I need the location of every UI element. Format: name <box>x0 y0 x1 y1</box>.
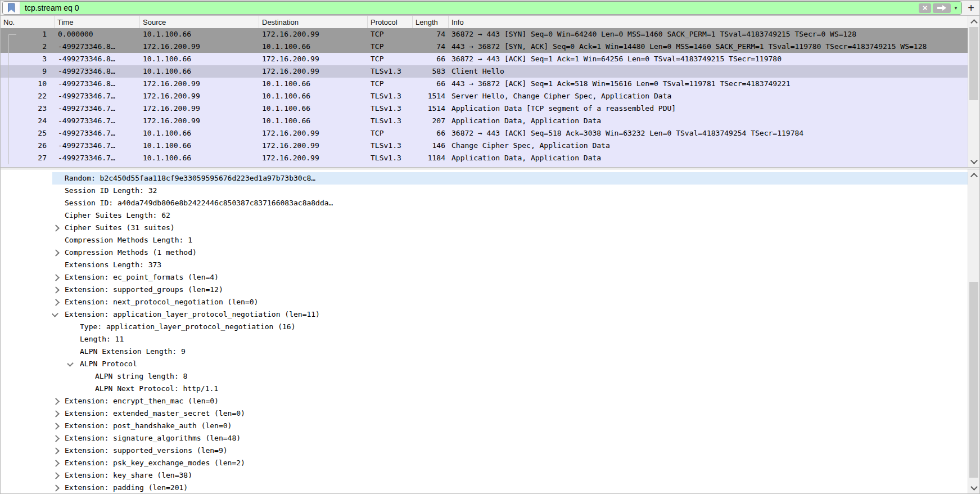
expand-chevron-right-icon[interactable] <box>52 274 60 281</box>
detail-tree-row[interactable]: Compression Methods (1 method) <box>1 246 968 259</box>
detail-tree-row[interactable]: ALPN Extension Length: 9 <box>1 345 968 358</box>
cell-info: Server Hello, Change Cipher Spec, Applic… <box>449 90 968 102</box>
detail-tree-row[interactable]: Length: 11 <box>1 333 968 345</box>
scroll-down-button[interactable] <box>968 156 979 167</box>
tree-row-text: Extension: supported_versions (len=9) <box>65 444 228 457</box>
scroll-up-button[interactable] <box>968 169 979 181</box>
scrollbar-thumb[interactable] <box>969 282 978 478</box>
cell-info: Application Data, Application Data <box>449 115 968 127</box>
column-header-time[interactable]: Time <box>55 16 140 28</box>
stream-bracket-line <box>8 90 9 102</box>
detail-tree-row[interactable]: Extension: padding (len=201) <box>1 482 968 493</box>
chevron-down-icon <box>970 157 978 164</box>
expand-chevron-right-icon[interactable] <box>52 472 60 479</box>
cell-time: -499273346.7… <box>55 140 140 152</box>
collapse-chevron-down-icon[interactable] <box>67 360 74 367</box>
expand-chevron-right-icon[interactable] <box>52 460 60 467</box>
tree-row-body: Random: b2c450d55faa118cf9e33059595676d2… <box>52 172 968 185</box>
detail-tree-row[interactable]: Random: b2c450d55faa118cf9e33059595676d2… <box>1 172 968 185</box>
packet-row[interactable]: 23 -499273346.7… 172.16.200.99 10.1.100.… <box>1 102 968 115</box>
detail-tree-row[interactable]: Extension: next_protocol_negotiation (le… <box>1 296 968 308</box>
detail-tree-row[interactable]: Compression Methods Length: 1 <box>1 234 968 246</box>
tree-arrow-slot <box>52 222 65 234</box>
packet-row[interactable]: 3 -499273346.8… 10.1.100.66 172.16.200.9… <box>1 53 968 65</box>
scrollbar-thumb[interactable] <box>969 27 978 100</box>
expand-chevron-right-icon[interactable] <box>52 286 60 294</box>
expand-chevron-right-icon[interactable] <box>52 447 60 455</box>
plus-icon: + <box>968 2 974 15</box>
detail-tree-row[interactable]: ALPN string length: 8 <box>1 370 968 383</box>
detail-tree-row[interactable]: Cipher Suites Length: 62 <box>1 209 968 222</box>
apply-arrow-head-icon <box>942 5 946 11</box>
detail-tree-row[interactable]: Extension: signature_algorithms (len=48) <box>1 432 968 444</box>
expand-chevron-right-icon[interactable] <box>52 410 60 417</box>
detail-tree-row[interactable]: Session ID: a40da749db806e8b2422446c8503… <box>1 197 968 209</box>
cell-destination: 172.16.200.99 <box>259 152 368 164</box>
tree-arrow-slot <box>67 358 80 370</box>
packet-row[interactable]: 25 -499273346.7… 10.1.100.66 172.16.200.… <box>1 127 968 140</box>
tree-indent <box>52 345 67 358</box>
cell-time: -499273346.8… <box>55 41 140 53</box>
display-filter-input[interactable]: tcp.stream eq 0 <box>20 2 916 14</box>
column-header-destination[interactable]: Destination <box>259 16 368 28</box>
detail-tree-row[interactable]: ALPN Protocol <box>1 358 968 370</box>
tree-arrow-slot <box>52 308 65 321</box>
expand-chevron-right-icon[interactable] <box>52 249 60 257</box>
expand-chevron-right-icon[interactable] <box>52 299 60 306</box>
detail-tree-row[interactable]: Extensions Length: 373 <box>1 259 968 271</box>
column-header-info[interactable]: Info <box>449 16 968 28</box>
column-header-source[interactable]: Source <box>140 16 259 28</box>
detail-tree-row[interactable]: Extension: application_layer_protocol_ne… <box>1 308 968 321</box>
packet-list-scrollbar[interactable] <box>968 16 979 167</box>
tree-row-text: Compression Methods Length: 1 <box>65 234 192 246</box>
expand-chevron-right-icon[interactable] <box>52 398 60 405</box>
cell-source: 10.1.100.66 <box>140 152 259 164</box>
detail-tree-row[interactable]: Extension: extended_master_secret (len=0… <box>1 407 968 420</box>
packet-row[interactable]: 27 -499273346.7… 10.1.100.66 172.16.200.… <box>1 152 968 164</box>
expand-chevron-right-icon[interactable] <box>52 435 60 442</box>
collapse-chevron-down-icon[interactable] <box>52 310 58 317</box>
tree-row-text: Extension: application_layer_protocol_ne… <box>65 308 320 321</box>
expand-chevron-right-icon[interactable] <box>52 484 60 492</box>
detail-tree-row[interactable]: Extension: supported_versions (len=9) <box>1 444 968 457</box>
filter-apply-button[interactable] <box>933 3 951 13</box>
tree-arrow-slot <box>67 333 80 345</box>
packet-row[interactable]: 2 -499273346.8… 172.16.200.99 10.1.100.6… <box>1 41 968 53</box>
packet-row[interactable]: 26 -499273346.7… 10.1.100.66 172.16.200.… <box>1 140 968 152</box>
detail-tree-row[interactable]: Extension: encrypt_then_mac (len=0) <box>1 395 968 407</box>
packet-row[interactable]: 1 0.000000 10.1.100.66 172.16.200.99 TCP… <box>1 28 968 41</box>
column-header-protocol[interactable]: Protocol <box>368 16 413 28</box>
cell-protocol: TLSv1.3 <box>368 102 413 115</box>
add-filter-button[interactable]: + <box>964 2 978 14</box>
packet-row[interactable]: 10 -499273346.8… 172.16.200.99 10.1.100.… <box>1 78 968 90</box>
scroll-down-button[interactable] <box>968 482 979 493</box>
detail-tree-row[interactable]: Extension: key_share (len=38) <box>1 469 968 482</box>
cell-destination: 172.16.200.99 <box>259 140 368 152</box>
packet-row[interactable]: 9 -499273346.8… 10.1.100.66 172.16.200.9… <box>1 65 968 78</box>
tree-row-text: ALPN Protocol <box>80 358 137 370</box>
detail-tree-row[interactable]: Session ID Length: 32 <box>1 185 968 197</box>
filter-clear-button[interactable]: × <box>919 3 931 13</box>
column-header-length[interactable]: Length <box>413 16 449 28</box>
packet-row[interactable]: 24 -499273346.7… 172.16.200.99 10.1.100.… <box>1 115 968 127</box>
tree-row-text: Extensions Length: 373 <box>65 259 161 271</box>
tree-arrow-slot <box>52 469 65 482</box>
scroll-up-button[interactable] <box>968 16 979 27</box>
cell-destination: 10.1.100.66 <box>259 102 368 115</box>
detail-tree-row[interactable]: Cipher Suites (31 suites) <box>1 222 968 234</box>
detail-tree-row[interactable]: Extension: supported_groups (len=12) <box>1 284 968 296</box>
filter-bookmark-button[interactable] <box>3 2 20 14</box>
cell-protocol: TLSv1.3 <box>368 140 413 152</box>
cell-time: -499273346.7… <box>55 127 140 140</box>
filter-dropdown-button[interactable]: ▼ <box>952 6 959 11</box>
expand-chevron-right-icon[interactable] <box>52 423 60 430</box>
detail-tree-row[interactable]: Type: application_layer_protocol_negotia… <box>1 321 968 333</box>
detail-tree-row[interactable]: ALPN Next Protocol: http/1.1 <box>1 383 968 395</box>
detail-tree-row[interactable]: Extension: ec_point_formats (len=4) <box>1 271 968 284</box>
packet-row[interactable]: 22 -499273346.7… 172.16.200.99 10.1.100.… <box>1 90 968 102</box>
expand-chevron-right-icon[interactable] <box>52 224 60 232</box>
column-header-no[interactable]: No. <box>1 16 55 28</box>
detail-scrollbar[interactable] <box>968 169 979 493</box>
detail-tree-row[interactable]: Extension: psk_key_exchange_modes (len=2… <box>1 457 968 469</box>
detail-tree-row[interactable]: Extension: post_handshake_auth (len=0) <box>1 420 968 432</box>
